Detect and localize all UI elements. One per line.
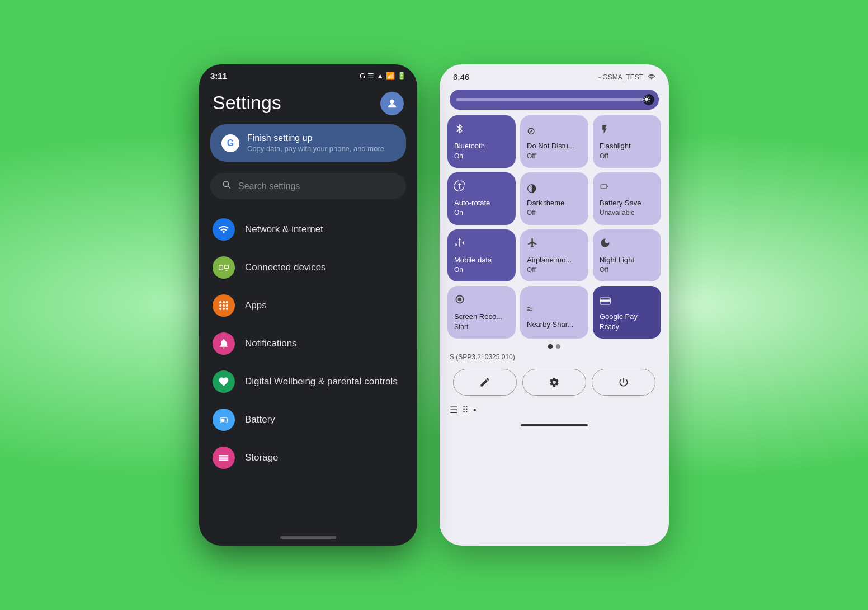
battery-save-icon <box>600 181 654 194</box>
svg-rect-18 <box>601 184 607 189</box>
settings-time: 3:11 <box>210 71 227 81</box>
flashlight-title: Flashlight <box>600 142 654 151</box>
dnd-title: Do Not Distu... <box>527 142 582 151</box>
screen-record-icon <box>454 294 509 308</box>
qs-status-bar: 6:46 - GSMA_TEST <box>440 64 669 86</box>
autorotate-subtitle: On <box>454 209 509 217</box>
tile-google-pay[interactable]: Google Pay Ready <box>593 286 661 339</box>
setup-card[interactable]: G Finish setting up Copy data, pay with … <box>210 124 406 162</box>
tile-airplane[interactable]: Airplane mo... Off <box>520 229 588 282</box>
brightness-track <box>456 98 652 101</box>
brightness-icon: ☀ <box>642 93 651 106</box>
dark-theme-subtitle: Off <box>527 209 582 217</box>
sidebar-item-battery[interactable]: Battery <box>199 401 417 439</box>
svg-line-2 <box>228 186 230 189</box>
dark-theme-icon: ◑ <box>527 181 582 194</box>
svg-point-12 <box>219 308 221 310</box>
connected-devices-icon <box>213 256 235 279</box>
svg-point-7 <box>223 301 225 303</box>
qs-time: 6:46 <box>453 72 469 82</box>
svg-point-6 <box>219 301 221 303</box>
qs-carrier: - GSMA_TEST <box>598 73 643 81</box>
tile-dnd[interactable]: ⊘ Do Not Distu... Off <box>520 115 588 168</box>
svg-point-8 <box>226 301 228 303</box>
tile-flashlight[interactable]: Flashlight Off <box>593 115 661 168</box>
dot-1 <box>548 344 553 349</box>
storage-icon <box>213 447 235 469</box>
mobile-data-subtitle: On <box>454 266 509 274</box>
sidebar-item-network[interactable]: Network & internet <box>199 210 417 248</box>
svg-point-11 <box>226 304 228 307</box>
nearby-share-icon: ≈ <box>527 303 582 316</box>
nearby-share-title: Nearby Shar... <box>527 320 582 329</box>
tile-mobile-data[interactable]: Mobile data On <box>447 229 516 282</box>
svg-rect-3 <box>219 265 223 270</box>
brightness-slider[interactable]: ☀ <box>450 90 659 110</box>
network-icon <box>213 218 235 241</box>
svg-point-9 <box>219 304 221 307</box>
digital-wellbeing-label: Digital Wellbeing & parental controls <box>245 376 398 387</box>
sidebar-item-storage[interactable]: Storage <box>199 439 417 477</box>
notifications-icon <box>213 332 235 355</box>
phones-container: 3:11 G ☰ ▲ 📶 🔋 Settings G Finish setting <box>199 64 669 546</box>
tile-nearby-share[interactable]: ≈ Nearby Shar... <box>520 286 588 339</box>
mobile-data-title: Mobile data <box>454 256 509 265</box>
storage-label: Storage <box>245 452 279 463</box>
gesture-bar <box>280 536 336 539</box>
brightness-row[interactable]: ☀ <box>450 90 659 110</box>
settings-list: Network & internet Connected devices <box>199 206 417 532</box>
qs-status-icons-bar: ☰ ⠿ • <box>440 402 669 421</box>
battery-save-title: Battery Save <box>600 199 654 208</box>
sidebar-item-digital-wellbeing[interactable]: Digital Wellbeing & parental controls <box>199 363 417 401</box>
sidebar-item-apps[interactable]: Apps <box>199 287 417 325</box>
google-pay-title: Google Pay <box>600 312 654 321</box>
svg-rect-5 <box>225 270 227 271</box>
digital-wellbeing-icon <box>213 370 235 393</box>
search-icon <box>221 180 232 193</box>
google-logo: G <box>221 134 239 152</box>
google-pay-icon <box>600 295 654 308</box>
settings-button[interactable] <box>522 369 586 396</box>
battery-label: Battery <box>245 414 275 425</box>
google-pay-subtitle: Ready <box>600 323 654 331</box>
airplane-subtitle: Off <box>527 266 582 274</box>
signal-icon: 📶 <box>386 72 395 80</box>
settings-title: Settings <box>213 92 281 114</box>
edit-button[interactable] <box>453 369 517 396</box>
phone-settings: 3:11 G ☰ ▲ 📶 🔋 Settings G Finish setting <box>199 64 417 546</box>
tile-screen-record[interactable]: Screen Reco... Start <box>447 286 516 339</box>
svg-point-14 <box>226 308 228 310</box>
sidebar-item-connected-devices[interactable]: Connected devices <box>199 248 417 287</box>
google-icon: G <box>360 72 365 80</box>
sidebar-item-notifications[interactable]: Notifications <box>199 325 417 363</box>
night-light-title: Night Light <box>600 256 654 265</box>
qs-grid: Bluetooth On ⊘ Do Not Distu... Off Flash… <box>447 115 661 339</box>
bluetooth-subtitle: On <box>454 153 509 160</box>
avatar[interactable] <box>380 92 404 115</box>
sim-icon: ☰ <box>367 72 374 80</box>
autorotate-title: Auto-rotate <box>454 199 509 208</box>
flashlight-subtitle: Off <box>600 153 654 160</box>
setup-subtitle: Copy data, pay with your phone, and more <box>247 144 384 153</box>
tile-battery-save[interactable]: Battery Save Unavailable <box>593 172 661 225</box>
dnd-icon: ⊘ <box>527 125 582 137</box>
screen-record-title: Screen Reco... <box>454 312 509 321</box>
tile-dark-theme[interactable]: ◑ Dark theme Off <box>520 172 588 225</box>
dnd-subtitle: Off <box>527 153 582 160</box>
setup-text: Finish setting up Copy data, pay with yo… <box>247 133 384 153</box>
svg-point-10 <box>223 304 225 307</box>
search-bar[interactable]: Search settings <box>210 173 406 199</box>
power-button[interactable] <box>592 369 655 396</box>
svg-point-21 <box>458 298 462 302</box>
settings-status-icons: G ☰ ▲ 📶 🔋 <box>360 72 406 80</box>
setup-title: Finish setting up <box>247 133 384 143</box>
tile-bluetooth[interactable]: Bluetooth On <box>447 115 516 168</box>
battery-save-subtitle: Unavailable <box>600 209 654 217</box>
settings-status-bar: 3:11 G ☰ ▲ 📶 🔋 <box>199 64 417 83</box>
mobile-data-icon <box>454 237 509 251</box>
tile-autorotate[interactable]: Auto-rotate On <box>447 172 516 225</box>
tile-night-light[interactable]: Night Light Off <box>593 229 661 282</box>
flashlight-icon <box>600 124 654 137</box>
svg-point-13 <box>223 308 225 310</box>
notifications-label: Notifications <box>245 338 297 349</box>
